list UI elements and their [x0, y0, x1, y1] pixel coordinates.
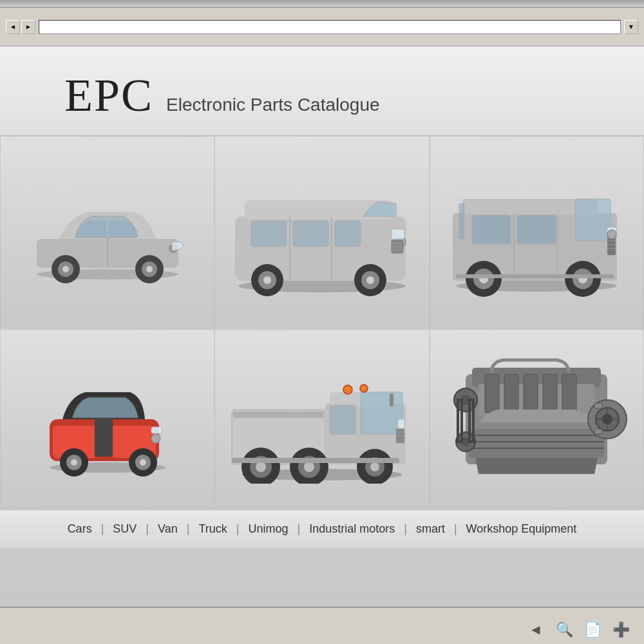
svg-rect-95: [543, 374, 557, 413]
suv-svg: [440, 168, 633, 297]
svg-point-62: [140, 459, 146, 466]
svg-rect-92: [485, 374, 499, 413]
svg-rect-96: [562, 374, 576, 413]
svg-rect-88: [232, 458, 399, 463]
nav-item-truck[interactable]: Truck: [189, 522, 236, 536]
vehicle-unimog[interactable]: [214, 329, 429, 509]
document-icon[interactable]: 📄: [582, 620, 603, 640]
svg-rect-64: [151, 427, 162, 433]
svg-point-103: [602, 414, 612, 424]
nav-item-cars[interactable]: Cars: [59, 522, 101, 536]
svg-point-21: [366, 276, 374, 284]
svg-point-48: [607, 230, 616, 239]
smart-image: [1, 330, 214, 509]
svg-rect-71: [330, 405, 355, 434]
svg-point-4: [62, 266, 69, 272]
svg-rect-56: [95, 418, 113, 457]
sedan-image: [1, 137, 214, 328]
nav-bar: Cars | SUV | Van | Truck | Unimog | Indu…: [0, 509, 644, 548]
nav-item-unimog[interactable]: Unimog: [239, 522, 297, 536]
vehicles-grid: [0, 135, 644, 509]
svg-rect-23: [392, 229, 404, 239]
svg-point-59: [71, 459, 77, 466]
nav-item-suv[interactable]: SUV: [104, 522, 146, 536]
go-button[interactable]: ▼: [624, 20, 638, 34]
sedan-svg: [24, 181, 191, 284]
svg-rect-67: [233, 412, 324, 418]
svg-point-77: [304, 462, 314, 472]
unimog-image: [215, 330, 428, 509]
forward-button[interactable]: ►: [21, 20, 35, 34]
svg-rect-44: [607, 237, 616, 255]
svg-rect-33: [575, 199, 611, 241]
suv-image: [430, 137, 643, 328]
svg-point-18: [263, 276, 271, 284]
svg-rect-34: [472, 215, 511, 244]
nav-item-industrial-motors[interactable]: Industrial motors: [300, 522, 404, 536]
vehicle-suv[interactable]: [430, 136, 644, 329]
svg-point-74: [256, 462, 266, 472]
svg-rect-93: [504, 374, 518, 413]
svg-rect-13: [251, 221, 287, 247]
vehicle-sedan[interactable]: [0, 136, 214, 329]
svg-point-80: [370, 462, 379, 471]
vehicle-engine[interactable]: [430, 329, 644, 509]
svg-rect-108: [594, 403, 602, 408]
back-button[interactable]: ◄: [6, 20, 20, 34]
vehicle-smart[interactable]: [0, 329, 214, 509]
search-icon[interactable]: 🔍: [554, 620, 574, 640]
svg-rect-109: [594, 429, 602, 434]
epc-header: EPC Electronic Parts Catalogue: [0, 46, 644, 135]
add-icon[interactable]: ➕: [611, 620, 631, 640]
svg-rect-36: [459, 204, 464, 239]
nav-item-van[interactable]: Van: [149, 522, 187, 536]
svg-rect-87: [390, 393, 393, 406]
unimog-svg: [225, 355, 419, 484]
svg-rect-70: [361, 392, 402, 434]
top-chrome-bar: [0, 0, 644, 8]
smart-svg: [30, 361, 185, 477]
status-bar: ◄ 🔍 📄 ➕: [0, 607, 644, 644]
engine-svg: [440, 348, 633, 490]
svg-point-7: [146, 266, 153, 272]
engine-image: [430, 330, 643, 509]
svg-rect-81: [398, 419, 404, 428]
browser-chrome: ◄ ► ▼: [0, 8, 644, 46]
svg-point-85: [343, 385, 352, 394]
svg-rect-97: [469, 429, 604, 458]
nav-item-workshop[interactable]: Workshop Equipment: [457, 522, 586, 536]
main-content: EPC Electronic Parts Catalogue: [0, 46, 644, 607]
nav-item-smart[interactable]: smart: [407, 522, 454, 536]
svg-rect-14: [293, 221, 328, 247]
epc-subtitle: Electronic Parts Catalogue: [166, 95, 380, 115]
svg-rect-51: [456, 274, 614, 278]
epc-title-area: EPC Electronic Parts Catalogue: [64, 69, 644, 122]
svg-rect-15: [335, 221, 361, 247]
van-svg: [225, 168, 419, 297]
svg-point-86: [360, 384, 368, 392]
vehicle-van[interactable]: [214, 136, 429, 329]
scroll-left-icon[interactable]: ◄: [526, 620, 546, 640]
van-image: [215, 137, 428, 328]
svg-point-63: [151, 434, 160, 443]
svg-rect-35: [517, 215, 556, 244]
address-bar[interactable]: [39, 20, 621, 34]
epc-logo-text: EPC: [64, 69, 153, 122]
svg-rect-94: [524, 374, 538, 413]
